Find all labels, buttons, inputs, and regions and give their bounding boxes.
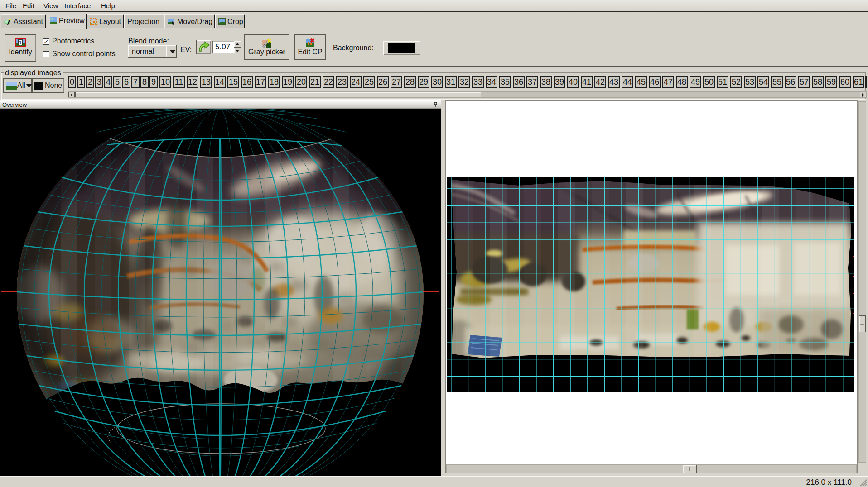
svg-text:GL: GL (50, 18, 55, 21)
